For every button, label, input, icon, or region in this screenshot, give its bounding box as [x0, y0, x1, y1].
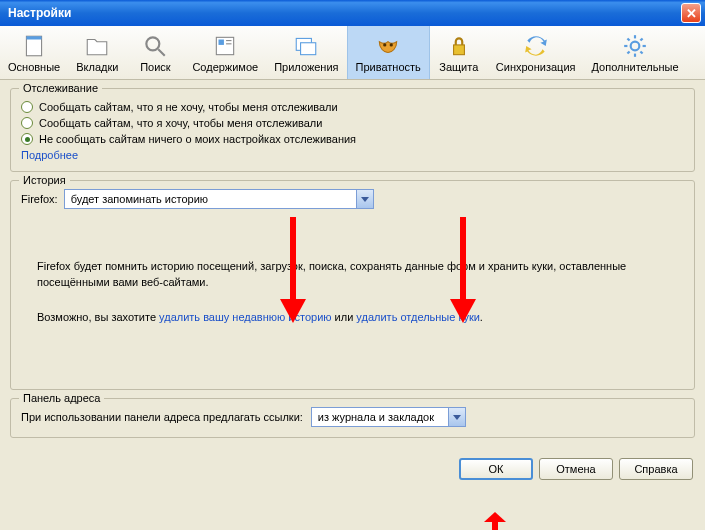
addressbar-fieldset: Панель адреса При использовании панели а…	[10, 398, 695, 438]
addressbar-suggest-combo[interactable]: из журнала и закладок	[311, 407, 466, 427]
svg-point-10	[383, 43, 386, 46]
clear-history-link[interactable]: удалить вашу недавнюю историю	[159, 311, 331, 323]
tracking-more-link[interactable]: Подробнее	[21, 149, 78, 161]
search-icon	[142, 33, 168, 59]
tracking-legend: Отслеживание	[19, 82, 102, 94]
applications-icon	[293, 33, 319, 59]
chevron-down-icon[interactable]	[448, 408, 465, 426]
history-description: Firefox будет помнить историю посещений,…	[37, 259, 684, 291]
radio-icon[interactable]	[21, 101, 33, 113]
svg-line-20	[627, 51, 629, 53]
tab-label: Приложения	[274, 61, 338, 73]
tab-privacy[interactable]: Приватность	[347, 26, 430, 79]
radio-label: Сообщать сайтам, что я хочу, чтобы меня …	[39, 117, 322, 129]
history-or-text: или	[332, 311, 357, 323]
tab-label: Поиск	[140, 61, 170, 73]
content-area: Отслеживание Сообщать сайтам, что я не х…	[0, 80, 705, 454]
tab-security[interactable]: Защита	[430, 26, 488, 79]
tracking-option-donottrack[interactable]: Сообщать сайтам, что я не хочу, чтобы ме…	[21, 101, 684, 113]
tab-label: Синхронизация	[496, 61, 576, 73]
history-links-row: Возможно, вы захотите удалить вашу недав…	[37, 311, 684, 323]
content-icon	[212, 33, 238, 59]
dialog-buttons: ОК Отмена Справка	[0, 454, 705, 488]
svg-line-19	[640, 51, 642, 53]
clear-cookies-link[interactable]: удалить отдельные куки	[356, 311, 479, 323]
combo-value: из журнала и закладок	[312, 411, 440, 423]
folder-icon	[84, 33, 110, 59]
combo-value: будет запоминать историю	[65, 193, 214, 205]
svg-rect-1	[27, 36, 42, 39]
tracking-fieldset: Отслеживание Сообщать сайтам, что я не х…	[10, 88, 695, 172]
tab-tabs[interactable]: Вкладки	[68, 26, 126, 79]
toolbar: Основные Вкладки Поиск Содержимое Прилож…	[0, 26, 705, 80]
chevron-down-icon[interactable]	[356, 190, 373, 208]
history-maybe-text: Возможно, вы захотите	[37, 311, 159, 323]
tracking-option-track[interactable]: Сообщать сайтам, что я хочу, чтобы меня …	[21, 117, 684, 129]
tab-sync[interactable]: Синхронизация	[488, 26, 584, 79]
window-title: Настройки	[8, 6, 71, 20]
lock-icon	[446, 33, 472, 59]
svg-rect-5	[219, 39, 224, 44]
tab-advanced[interactable]: Дополнительные	[583, 26, 686, 79]
svg-line-18	[627, 38, 629, 40]
tab-label: Основные	[8, 61, 60, 73]
radio-label: Сообщать сайтам, что я не хочу, чтобы ме…	[39, 101, 338, 113]
svg-rect-9	[301, 42, 316, 54]
history-mode-combo[interactable]: будет запоминать историю	[64, 189, 374, 209]
svg-rect-12	[453, 44, 464, 54]
help-button[interactable]: Справка	[619, 458, 693, 480]
sync-icon	[523, 33, 549, 59]
history-legend: История	[19, 174, 70, 186]
tab-label: Дополнительные	[591, 61, 678, 73]
history-suffix: .	[480, 311, 483, 323]
cancel-button[interactable]: Отмена	[539, 458, 613, 480]
svg-point-13	[631, 41, 640, 50]
mask-icon	[375, 33, 401, 59]
svg-line-3	[159, 49, 166, 56]
tab-label: Вкладки	[76, 61, 118, 73]
radio-icon[interactable]	[21, 133, 33, 145]
tab-label: Приватность	[356, 61, 421, 73]
history-fieldset: История Firefox: будет запоминать истори…	[10, 180, 695, 390]
addressbar-legend: Панель адреса	[19, 392, 104, 404]
history-prefix: Firefox:	[21, 193, 58, 205]
tab-applications[interactable]: Приложения	[266, 26, 346, 79]
titlebar: Настройки ✕	[0, 0, 705, 26]
svg-point-11	[390, 43, 393, 46]
svg-point-2	[147, 37, 160, 50]
tab-label: Защита	[439, 61, 478, 73]
tab-general[interactable]: Основные	[0, 26, 68, 79]
addressbar-label: При использовании панели адреса предлага…	[21, 411, 303, 423]
close-button[interactable]: ✕	[681, 3, 701, 23]
radio-label: Не сообщать сайтам ничего о моих настрой…	[39, 133, 356, 145]
tab-label: Содержимое	[192, 61, 258, 73]
radio-icon[interactable]	[21, 117, 33, 129]
tab-content[interactable]: Содержимое	[184, 26, 266, 79]
svg-line-21	[640, 38, 642, 40]
gear-icon	[622, 33, 648, 59]
ok-button[interactable]: ОК	[459, 458, 533, 480]
tracking-option-nopreference[interactable]: Не сообщать сайтам ничего о моих настрой…	[21, 133, 684, 145]
tab-search[interactable]: Поиск	[126, 26, 184, 79]
page-icon	[21, 33, 47, 59]
annotation-arrow-icon	[478, 512, 518, 530]
